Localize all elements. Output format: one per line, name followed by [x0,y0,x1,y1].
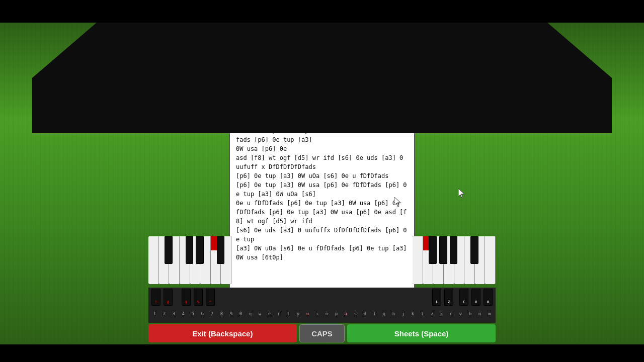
right-piano-keyboard [413,236,496,284]
white-key-label[interactable]: t [284,311,293,316]
white-key-label[interactable]: 5 [188,311,198,316]
white-key-label[interactable]: h [389,311,398,316]
bottom-bar [0,344,644,362]
sheet-line: 0W usa [p6] 0e [236,144,408,153]
white-key-label[interactable]: v [456,311,465,316]
white-key-label[interactable]: b [465,311,475,316]
black-key-5[interactable]: ^ [206,289,215,306]
white-key-label[interactable]: 1 [150,311,159,316]
black-key-1[interactable]: ! [151,289,160,306]
white-key-label[interactable]: x [437,311,446,316]
white-key-label[interactable]: a [341,311,351,316]
sheet-line: fDfDfads [p6] 0e tup [a3] 0W usa [p6] 0e… [236,208,408,226]
white-key-label[interactable]: u [303,311,312,316]
white-key-label[interactable]: w [255,311,265,316]
black-key-B[interactable]: B [484,289,493,306]
sheet-line: [p6] 0e tup [a3] 0W usa [p6] 0e fDfDfads… [236,180,408,199]
black-key-Z[interactable]: Z [444,289,453,306]
white-key-label[interactable]: 0 [236,311,246,316]
exit-button[interactable]: Exit (Backspace) [148,324,297,342]
white-key-label[interactable]: n [475,311,485,316]
white-key-label[interactable]: i [312,311,322,316]
black-key-2[interactable]: @ [164,289,173,306]
white-key-label[interactable]: 8 [217,311,226,316]
white-key-label[interactable]: d [360,311,370,316]
white-key-label[interactable]: 2 [159,311,169,316]
mini-keyboard-container: ! @ $ % ^ L Z C V [148,288,496,323]
white-key-label[interactable]: q [246,311,255,316]
white-key-label[interactable]: e [265,311,274,316]
caps-button[interactable]: CAPS [299,324,345,342]
white-key-label[interactable]: j [398,311,408,316]
white-key-label[interactable]: y [293,311,303,316]
white-key-label[interactable]: m [485,311,494,316]
white-key-label[interactable]: c [446,311,456,316]
white-key-label[interactable]: z [427,311,437,316]
left-piano-keyboard [148,236,231,284]
sheet-line: [p6] 0e tup [a3] 0W uOa [s6] 0e u fDfDfa… [236,171,408,180]
white-key-label[interactable]: 7 [207,311,217,316]
white-key-label[interactable]: 6 [198,311,207,316]
white-key-label[interactable]: r [274,311,284,316]
sheet-line: 0e u fDfDfads [p6] 0e tup [a3] 0W usa [p… [236,199,408,208]
top-bar [0,0,644,23]
white-key-label[interactable]: g [379,311,389,316]
black-key-3[interactable]: $ [182,289,191,306]
white-key-label[interactable]: p [332,311,341,316]
black-key-V[interactable]: V [471,289,480,306]
white-key-label[interactable]: k [408,311,418,316]
black-key-4[interactable]: % [194,289,203,306]
white-key-label[interactable]: s [351,311,360,316]
black-key-L[interactable]: L [432,289,441,306]
sheet-line: [a3] 0W uOa [s6] 0e u fDfDfads [p6] 0e t… [236,244,408,262]
sheet-line: [s6] 0e uds [a3] 0 uufuffx DfDfDfDfDfads… [236,226,408,244]
white-key-label[interactable]: l [418,311,427,316]
white-key-label[interactable]: o [322,311,332,316]
piano-body [0,23,644,133]
black-key-C[interactable]: C [459,289,468,306]
white-key-label[interactable]: 9 [226,311,236,316]
white-key-label[interactable]: 3 [169,311,179,316]
sheets-button[interactable]: Sheets (Space) [347,324,496,342]
sheet-line: asd [f8] wt ogf [d5] wr ifd [s6] 0e uds … [236,153,408,171]
white-key-label[interactable]: f [370,311,379,316]
white-key-label[interactable]: 4 [179,311,188,316]
bottom-buttons: Exit (Backspace) CAPS Sheets (Space) [148,324,496,343]
